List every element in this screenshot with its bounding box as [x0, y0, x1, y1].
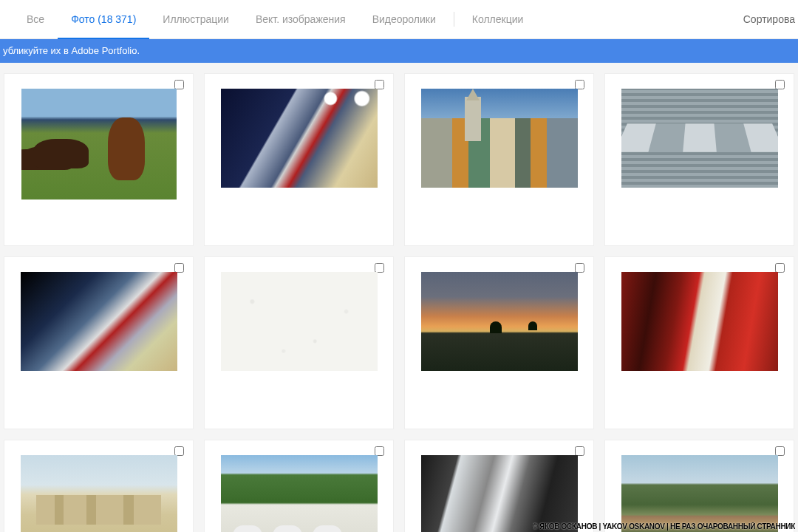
- portfolio-banner[interactable]: убликуйте их в Adobe Portfolio.: [0, 39, 798, 63]
- thumbnail[interactable]: [421, 89, 578, 188]
- thumbnail[interactable]: [421, 272, 578, 371]
- thumbnail[interactable]: [621, 455, 778, 532]
- image-card[interactable]: [204, 440, 394, 532]
- tab-photos[interactable]: Фото (18 371): [58, 0, 149, 39]
- tab-videos[interactable]: Видеоролики: [359, 0, 449, 39]
- thumbnail[interactable]: [221, 455, 378, 532]
- image-card[interactable]: [4, 440, 194, 532]
- image-card[interactable]: [604, 256, 794, 429]
- tab-illustrations[interactable]: Иллюстрации: [149, 0, 242, 39]
- image-card[interactable]: [204, 256, 394, 429]
- copyright-watermark: © ЯКОВ ОСКАНОВ | YAKOV OSKANOV | НЕ РАЗ …: [533, 522, 796, 531]
- thumbnail[interactable]: [21, 272, 177, 371]
- thumbnail[interactable]: [21, 455, 177, 532]
- image-card[interactable]: [404, 73, 594, 246]
- tab-vectors[interactable]: Вект. изображения: [242, 0, 359, 39]
- thumbnail[interactable]: [221, 272, 378, 371]
- thumbnail[interactable]: [621, 89, 778, 188]
- image-grid: [0, 63, 798, 532]
- tab-collections[interactable]: Коллекции: [459, 0, 537, 39]
- tab-separator: [454, 12, 454, 27]
- image-card[interactable]: [604, 73, 794, 246]
- tab-all[interactable]: Все: [13, 0, 58, 39]
- thumbnail[interactable]: [421, 455, 578, 532]
- image-card[interactable]: [4, 256, 194, 429]
- image-card[interactable]: [604, 440, 794, 532]
- image-card[interactable]: [204, 73, 394, 246]
- image-card[interactable]: [404, 256, 594, 429]
- image-card[interactable]: [404, 440, 594, 532]
- image-card[interactable]: [4, 73, 194, 246]
- thumbnail[interactable]: [221, 89, 378, 188]
- thumbnail[interactable]: [621, 272, 778, 371]
- category-tabs: Все Фото (18 371) Иллюстрации Вект. изоб…: [0, 0, 798, 39]
- sort-button[interactable]: Сортирова: [743, 13, 798, 25]
- thumbnail[interactable]: [21, 89, 177, 200]
